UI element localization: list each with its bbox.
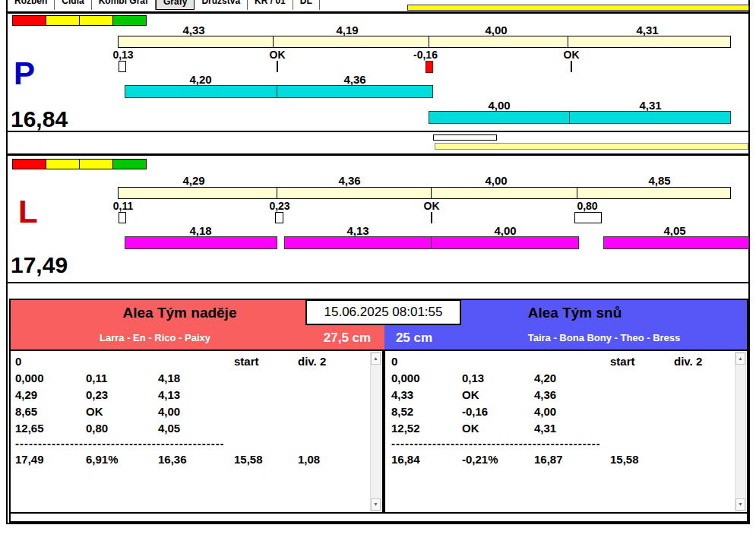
cell: 16,84: [391, 453, 462, 466]
team-right-category: 25 cm: [386, 331, 442, 346]
bar-segment: [119, 36, 274, 47]
exchange-marker-box: [119, 212, 126, 223]
cell: div. 2: [298, 355, 363, 368]
list-row[interactable]: 0,000 0,13 4,20: [391, 369, 739, 386]
exchange-marker-box: [574, 212, 602, 223]
run-time-label: 4,05: [652, 224, 697, 237]
list-row[interactable]: 12,65 0,80 4,05: [15, 419, 363, 436]
lane-p-run-bar-2: [429, 111, 731, 124]
tab-dl[interactable]: DL: [293, 0, 320, 10]
bar-segment: [119, 188, 277, 198]
team-left-name: Alea Tým naděje: [11, 305, 349, 321]
scroll-down-icon[interactable]: ▼: [735, 498, 745, 511]
cell: 16,36: [158, 453, 234, 466]
run-time-label: 4,20: [178, 73, 223, 86]
separator-dashes: ----------------------------------------…: [15, 437, 223, 450]
exchange-mark-label: 0,80: [557, 200, 618, 212]
cell: 4,00: [534, 405, 610, 418]
split-time-label: 4,29: [171, 174, 217, 187]
lane-l-total-time: 17,49: [11, 254, 68, 277]
split-time-label: 4,85: [637, 174, 682, 187]
exchange-mark-label: OK: [401, 200, 462, 212]
tab-druzstva[interactable]: Družstva: [195, 0, 248, 10]
tab-rozbeh[interactable]: Rozbeh: [8, 0, 55, 10]
cell: -0,16: [462, 405, 534, 418]
cell: 0,000: [391, 372, 462, 384]
status-light-yellow: [46, 15, 80, 26]
tab-grafy[interactable]: Grafy: [156, 0, 195, 10]
cell: 4,13: [158, 388, 234, 401]
team-right-members: Taira - Bona Bony - Theo - Bress: [461, 332, 747, 343]
scroll-up-icon[interactable]: ▲: [371, 353, 381, 365]
exchange-marker-tick: [431, 212, 432, 223]
scroll-up-icon[interactable]: ▲: [735, 353, 745, 365]
cell: OK: [462, 422, 534, 435]
exchange-marker-tick: [277, 61, 278, 72]
status-light-yellow: [79, 15, 113, 26]
lane-l-run-bar-3: [603, 236, 749, 249]
exchange-marker-fault: [425, 61, 433, 73]
tab-bar: Rozbeh Cidla Kombi Graf Grafy Družstva K…: [8, 0, 406, 10]
timing-application: Rozbeh Cidla Kombi Graf Grafy Družstva K…: [0, 0, 756, 544]
cell: 12,65: [15, 422, 86, 435]
cell: 15,58: [234, 453, 298, 466]
cell: 0,80: [86, 422, 158, 435]
bar-segment: [570, 112, 730, 123]
status-light-red: [12, 15, 46, 26]
status-light-yellow: [46, 159, 80, 169]
bar-segment: [125, 237, 277, 248]
tab-kombi-graf[interactable]: Kombi Graf: [92, 0, 156, 10]
lane-p-letter: P: [14, 58, 35, 90]
run-time-label: 4,13: [335, 224, 381, 237]
list-row[interactable]: 0,000 0,11 4,18: [15, 369, 363, 386]
cell: start: [610, 355, 674, 368]
list-row[interactable]: 12,52 OK 4,31: [391, 419, 739, 436]
lane-l-run-bar-1: [125, 236, 277, 249]
list-row[interactable]: 4,29 0,23 4,13: [15, 386, 363, 403]
team-left-category: 27,5 cm: [313, 331, 381, 346]
scroll-down-icon[interactable]: ▼: [371, 498, 381, 511]
cell: 4,20: [534, 372, 610, 384]
divider-line: [382, 351, 385, 512]
cell: 1,08: [298, 453, 363, 466]
bar-segment: [274, 36, 429, 47]
bar-segment: [432, 188, 577, 198]
cell: 0,13: [462, 372, 534, 384]
team-left-members: Larra - En - Rico - Paixy: [11, 332, 299, 343]
run-time-label: 4,31: [628, 99, 673, 112]
bar-segment: [577, 188, 730, 198]
bar-segment: [432, 237, 578, 248]
results-table-right: 0 start div. 2 0,000 0,13 4,20 4,33 OK 4…: [391, 353, 739, 467]
list-row-total[interactable]: 17,49 6,91% 16,36 15,58 1,08: [15, 451, 363, 467]
run-time-label: 4,36: [332, 73, 378, 86]
split-time-label: 4,36: [327, 174, 372, 187]
cell: 16,87: [534, 453, 610, 466]
exchange-mark-label: OK: [247, 49, 308, 61]
run-time-label: 4,00: [482, 224, 528, 237]
cell: 17,49: [15, 453, 86, 466]
tab-cidla[interactable]: Cidla: [55, 0, 91, 10]
divider-line: [6, 282, 750, 283]
tab-kr-01[interactable]: KR / 01: [248, 0, 293, 10]
cell: 4,00: [158, 405, 234, 418]
scrollbar-left[interactable]: ▲ ▼: [370, 352, 381, 511]
cell: OK: [462, 388, 534, 401]
list-row[interactable]: 0 start div. 2: [391, 353, 739, 369]
list-row[interactable]: 8,52 -0,16 4,00: [391, 403, 739, 419]
scrollbar-right[interactable]: ▲ ▼: [735, 352, 746, 511]
bar-segment: [429, 36, 568, 47]
results-table-left: 0 start div. 2 0,000 0,11 4,18 4,29 0,23…: [15, 353, 363, 467]
list-row[interactable]: 0 start div. 2: [15, 353, 363, 369]
list-row-total[interactable]: 16,84 -0,21% 16,87 15,58: [391, 451, 739, 467]
bar-segment: [277, 188, 432, 198]
cell: 8,52: [391, 405, 462, 418]
split-time-label: 4,00: [473, 24, 519, 36]
list-row[interactable]: 8,65 OK 4,00: [15, 403, 363, 419]
list-row[interactable]: 4,33 OK 4,36: [391, 386, 739, 403]
exchange-mark-label: 0,11: [93, 200, 153, 212]
cell: 8,65: [15, 405, 86, 418]
cell: 4,33: [391, 388, 462, 401]
cell: 6,91%: [86, 453, 158, 466]
exchange-marker-box: [275, 212, 283, 223]
cell: 0,23: [86, 388, 158, 401]
